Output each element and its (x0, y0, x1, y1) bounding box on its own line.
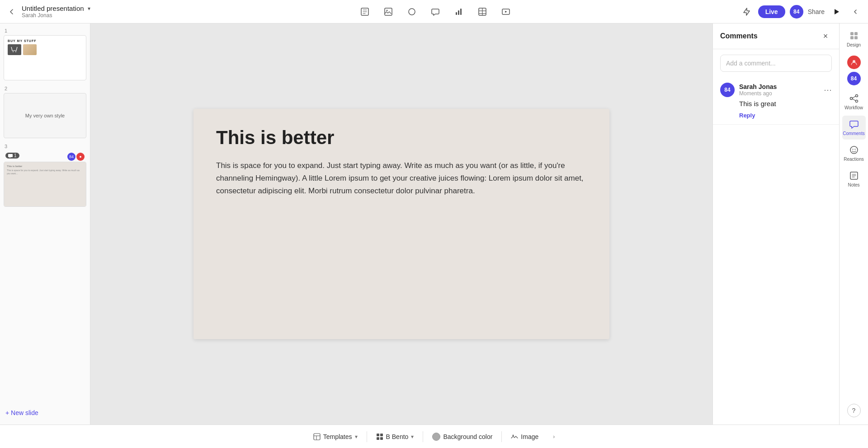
image-bottom-icon (511, 433, 518, 440)
comment-user-row: 84 Sarah Jonas Moments ago ⋯ (720, 83, 832, 97)
slide3-badge-84: 84 (67, 153, 75, 161)
background-color-label: Background color (443, 433, 492, 440)
svg-rect-15 (854, 32, 858, 35)
shape-icon[interactable] (405, 5, 419, 19)
svg-rect-34 (377, 437, 379, 440)
design-label: Design (847, 42, 861, 47)
comment-toolbar-icon[interactable] (428, 5, 443, 19)
workflow-icon (849, 93, 859, 103)
slide-thumbnail-1: BUY MY STUFF (4, 35, 86, 80)
help-button[interactable]: ? (847, 404, 861, 417)
comments-panel: Comments × Add a comment... 84 Sarah Jon… (712, 23, 839, 425)
svg-point-24 (854, 149, 855, 150)
header: Untitled presentation ▾ Sarah Jonas (0, 0, 868, 23)
title-area: Untitled presentation ▾ Sarah Jonas (22, 5, 90, 19)
slide-number-1: 1 (4, 28, 86, 33)
image-icon[interactable] (381, 5, 396, 19)
back-button[interactable] (5, 5, 18, 18)
templates-icon (313, 433, 321, 440)
sidebar-item-notes[interactable]: Notes (842, 167, 866, 191)
svg-rect-33 (380, 434, 383, 436)
slide3-badge-count: 1 (14, 153, 17, 158)
user-avatar-red[interactable] (847, 56, 861, 69)
right-sidebar: Design 84 Workflow Comments Reactions N (839, 23, 868, 425)
bento-button[interactable]: B Bento ▾ (369, 429, 421, 444)
notes-icon (849, 171, 859, 181)
svg-rect-5 (458, 10, 459, 15)
svg-point-12 (13, 51, 14, 52)
workflow-label: Workflow (844, 105, 863, 110)
comment-text: This is great (720, 100, 832, 107)
media-icon[interactable] (499, 5, 513, 19)
bottom-bar: Templates ▾ B Bento ▾ Background color I… (0, 425, 868, 448)
title-chevron-icon[interactable]: ▾ (88, 5, 90, 12)
main-area: 1 BUY MY STUFF 2 My very own style 3 (0, 23, 868, 425)
slide-item-2[interactable]: 2 My very own style (4, 86, 86, 138)
image-label: Image (521, 433, 538, 440)
comments-header: Comments × (713, 23, 839, 49)
header-left: Untitled presentation ▾ Sarah Jonas (5, 5, 132, 19)
templates-button[interactable]: Templates ▾ (306, 429, 365, 444)
presenter-name: Sarah Jonas (22, 12, 90, 19)
frame-icon[interactable] (358, 5, 372, 19)
slide-thumbnail-3: This is better This is space for you to … (4, 162, 86, 207)
presentation-title: Untitled presentation (22, 5, 84, 12)
svg-point-36 (513, 434, 514, 436)
sidebar-item-comments[interactable]: Comments (842, 116, 866, 140)
sidebar-item-workflow[interactable]: Workflow (842, 90, 866, 114)
notes-label: Notes (848, 182, 859, 187)
image-button[interactable]: Image (504, 429, 546, 444)
more-options-icon[interactable] (848, 5, 863, 19)
svg-point-2 (387, 9, 388, 11)
svg-point-13 (15, 51, 16, 52)
svg-rect-32 (377, 434, 379, 436)
lightning-icon[interactable] (739, 5, 754, 19)
slide1-text: BUY MY STUFF (8, 39, 82, 42)
svg-point-21 (855, 100, 858, 103)
play-button[interactable] (829, 5, 844, 19)
svg-point-19 (850, 98, 852, 100)
svg-point-22 (850, 146, 858, 154)
svg-rect-6 (460, 9, 462, 15)
live-button[interactable]: Live (758, 5, 785, 18)
slide-panel: 1 BUY MY STUFF 2 My very own style 3 (0, 23, 90, 425)
sidebar-item-design[interactable]: Design (842, 27, 866, 51)
comment-input[interactable]: Add a comment... (720, 55, 832, 72)
canvas-area[interactable]: This is better This is space for you to … (90, 23, 712, 425)
sidebar-item-reactions[interactable]: Reactions (842, 141, 866, 165)
templates-chevron-icon: ▾ (355, 434, 358, 440)
user-avatar-blue[interactable]: 84 (847, 72, 861, 85)
background-color-button[interactable]: Background color (425, 429, 500, 444)
slide-item-3[interactable]: 3 1 84 ● This is better This is space fo… (4, 144, 86, 207)
bento-label: B Bento (386, 433, 409, 440)
comment-time: Moments ago (739, 90, 819, 97)
slide-title: This is better (216, 127, 587, 149)
background-color-circle (432, 433, 440, 441)
templates-label: Templates (323, 433, 352, 440)
design-icon (849, 31, 859, 41)
table-icon[interactable] (475, 5, 490, 19)
user-avatar[interactable]: 84 (790, 5, 803, 19)
slide-canvas: This is better This is space for you to … (193, 109, 609, 339)
reply-button[interactable]: Reply (720, 112, 832, 119)
share-button[interactable]: Share (808, 8, 825, 15)
reactions-icon (849, 145, 859, 155)
comment-thread: 84 Sarah Jonas Moments ago ⋯ This is gre… (713, 77, 839, 125)
slide3-badge-red: ● (76, 153, 85, 161)
svg-rect-29 (314, 434, 320, 440)
svg-point-3 (409, 9, 415, 15)
comments-close-button[interactable]: × (819, 30, 832, 42)
svg-rect-35 (380, 437, 383, 440)
more-bottom-button[interactable]: › (546, 430, 562, 443)
bottom-divider-2 (423, 431, 423, 442)
slide2-label: My very own style (24, 111, 66, 120)
slide-thumbnail-2: My very own style (4, 93, 86, 138)
comment-more-button[interactable]: ⋯ (824, 85, 832, 95)
chart-icon[interactable] (452, 5, 466, 19)
slide-item-1[interactable]: 1 BUY MY STUFF (4, 28, 86, 80)
svg-rect-1 (385, 8, 392, 15)
slide1-images (8, 44, 82, 55)
new-slide-button[interactable]: + New slide (4, 406, 86, 420)
comments-sidebar-label: Comments (843, 131, 864, 136)
slide-number-3: 3 (4, 144, 86, 149)
